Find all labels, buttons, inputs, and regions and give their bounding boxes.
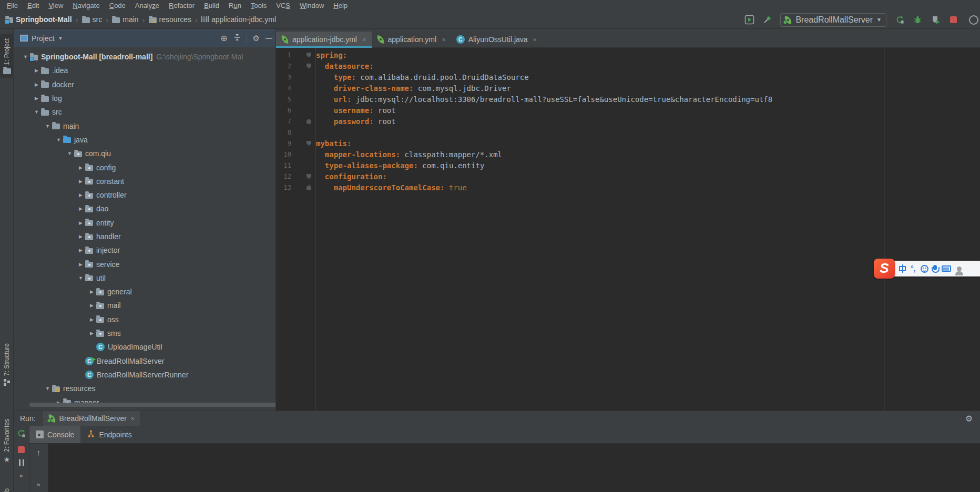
code-line[interactable]: 6 username: root [276, 105, 772, 116]
fold-open-marker[interactable] [307, 53, 311, 58]
rerun-application-icon[interactable] [17, 429, 26, 440]
console-output[interactable] [48, 444, 980, 492]
editor-tab-application.yml[interactable]: application.yml× [372, 32, 451, 47]
tree-row[interactable]: ▶sms [14, 326, 275, 340]
stop-button[interactable] [947, 14, 959, 26]
code-line[interactable]: 3 type: com.alibaba.druid.pool.DruidData… [276, 71, 772, 83]
tree-row[interactable]: CBreadRollMallServerRunner [14, 368, 275, 382]
breadcrumb-item-src[interactable]: src [82, 15, 103, 24]
tree-collapse-arrow[interactable]: ▼ [21, 54, 30, 59]
breadcrumb-item-resources[interactable]: resources [149, 15, 191, 24]
code-line[interactable]: 5 url: jdbc:mysql://localhost:3306/bread… [276, 94, 772, 105]
menu-item-help[interactable]: Help [329, 2, 352, 9]
build-hammer-icon[interactable] [761, 14, 773, 26]
ime-chinese-mode-icon[interactable] [899, 266, 906, 271]
toolwindow-button-favorites[interactable]: 2: Favorites ★ [0, 419, 14, 464]
rerun-button[interactable] [894, 14, 905, 26]
code-line[interactable]: 2 datasource: [276, 60, 772, 71]
tree-expand-arrow[interactable]: ▶ [32, 96, 41, 101]
menu-item-navigate[interactable]: Navigate [68, 2, 104, 9]
code-line[interactable]: 4 driver-class-name: com.mysql.jdbc.Driv… [276, 83, 772, 94]
code-line[interactable]: 12 configuration: [276, 171, 772, 182]
close-icon[interactable]: × [533, 36, 537, 44]
tree-row[interactable]: ▶docker [14, 78, 275, 91]
tree-row[interactable]: ▼src [14, 105, 275, 119]
ime-profile-icon[interactable] [957, 266, 962, 271]
ime-microphone-icon[interactable] [933, 265, 937, 270]
fold-open-marker[interactable] [307, 64, 311, 69]
editor-tab-application-jdbc.yml[interactable]: application-jdbc.yml× [276, 32, 372, 47]
menu-item-run[interactable]: Run [224, 2, 246, 9]
menu-item-file[interactable]: File [2, 2, 23, 9]
ime-keyboard-icon[interactable] [942, 265, 951, 272]
tree-row[interactable]: ▶entity [14, 216, 275, 230]
tree-expand-arrow[interactable]: ▶ [76, 234, 85, 239]
tree-row[interactable]: ▶log [14, 91, 275, 105]
menu-item-vcs[interactable]: VCS [271, 2, 295, 9]
run-config-tab[interactable]: BreadRollMallServer × [43, 411, 140, 426]
close-icon[interactable]: × [442, 36, 446, 44]
project-panel-header[interactable]: Project ▼ ⊕ ⚙ — [14, 29, 275, 47]
tree-expand-arrow[interactable]: ▶ [76, 220, 85, 226]
ime-punctuation-icon[interactable]: °, [911, 264, 916, 273]
tree-expand-arrow[interactable]: ▶ [87, 317, 96, 322]
tree-row[interactable]: ▼com.qiu [14, 147, 275, 160]
code-line[interactable]: 11 type-aliases-package: com.qiu.entity [276, 160, 772, 171]
code-line[interactable]: 9mybatis: [276, 138, 772, 149]
toolwindow-button-project[interactable]: 1: Project [0, 34, 14, 78]
tree-collapse-arrow[interactable]: ▼ [76, 275, 85, 281]
tree-row[interactable]: ▼java [14, 133, 275, 147]
run-tab-console[interactable]: ▸Console [29, 426, 80, 443]
tree-row[interactable]: C▶BreadRollMallServer [14, 354, 275, 368]
close-icon[interactable]: × [130, 414, 135, 423]
console-more-icon[interactable]: » [37, 481, 41, 488]
ime-logo[interactable]: S [874, 259, 895, 279]
fold-open-marker[interactable] [307, 141, 311, 146]
tree-row[interactable]: ▶injector [14, 243, 275, 257]
tree-row[interactable]: CUploadImageUtil [14, 340, 275, 354]
tree-expand-arrow[interactable]: ▶ [87, 331, 96, 336]
tree-row[interactable]: ▶service [14, 257, 275, 271]
partial-toolbar-icon[interactable] [965, 14, 977, 26]
tree-expand-arrow[interactable]: ▶ [32, 82, 41, 87]
collapse-all-icon[interactable] [233, 34, 241, 43]
fold-close-marker[interactable] [307, 185, 311, 190]
tree-row[interactable]: ▶constant [14, 175, 275, 188]
editor-content[interactable]: 1spring:2 datasource:3 type: com.alibaba… [276, 49, 772, 193]
tree-row[interactable]: ▼main [14, 119, 275, 132]
breadcrumb-item-application-jdbc.yml[interactable]: application-jdbc.yml [201, 15, 276, 24]
tree-expand-arrow[interactable]: ▶ [76, 165, 85, 170]
code-line[interactable]: 13 mapUnderscoreToCamelCase: true [276, 182, 772, 193]
debug-button[interactable] [912, 14, 923, 26]
run-configuration-select[interactable]: BreadRollMallServer ▼ [780, 13, 886, 27]
tree-collapse-arrow[interactable]: ▼ [43, 386, 52, 391]
tree-row[interactable]: ▶controller [14, 188, 275, 202]
locate-file-icon[interactable]: ⊕ [220, 33, 227, 43]
tree-expand-arrow[interactable]: ▶ [76, 248, 85, 253]
tree-expand-arrow[interactable]: ▶ [76, 179, 85, 184]
tree-row[interactable]: ▼resources [14, 382, 275, 395]
tree-expand-arrow[interactable]: ▶ [87, 303, 96, 308]
pause-output-icon[interactable] [19, 459, 24, 466]
tree-expand-arrow[interactable]: ▶ [76, 262, 85, 267]
menu-item-refactor[interactable]: Refactor [164, 2, 199, 9]
code-line[interactable]: 1spring: [276, 49, 772, 60]
tree-expand-arrow[interactable]: ▶ [32, 68, 41, 73]
menu-item-analyze[interactable]: Analyze [130, 2, 164, 9]
menu-item-edit[interactable]: Edit [23, 2, 44, 9]
tree-row[interactable]: ▼util [14, 271, 275, 285]
tree-row[interactable]: ▶mail [14, 299, 275, 312]
menu-item-build[interactable]: Build [199, 2, 224, 9]
code-line[interactable]: 10 mapper-locations: classpath:mapper/*.… [276, 149, 772, 160]
fold-open-marker[interactable] [307, 174, 311, 179]
code-line[interactable]: 8 [276, 127, 772, 138]
close-icon[interactable]: × [362, 36, 366, 44]
fold-close-marker[interactable] [307, 119, 311, 124]
settings-gear-icon[interactable]: ⚙ [253, 34, 260, 43]
run-toolwindow-icon[interactable] [743, 14, 755, 26]
breadcrumb-item-main[interactable]: main [112, 15, 138, 24]
toolwindow-button-structure[interactable]: 7: Structure [0, 343, 14, 387]
tree-collapse-arrow[interactable]: ▼ [32, 109, 41, 115]
tree-collapse-arrow[interactable]: ▼ [43, 124, 52, 129]
code-line[interactable]: 7 password: root [276, 116, 772, 127]
